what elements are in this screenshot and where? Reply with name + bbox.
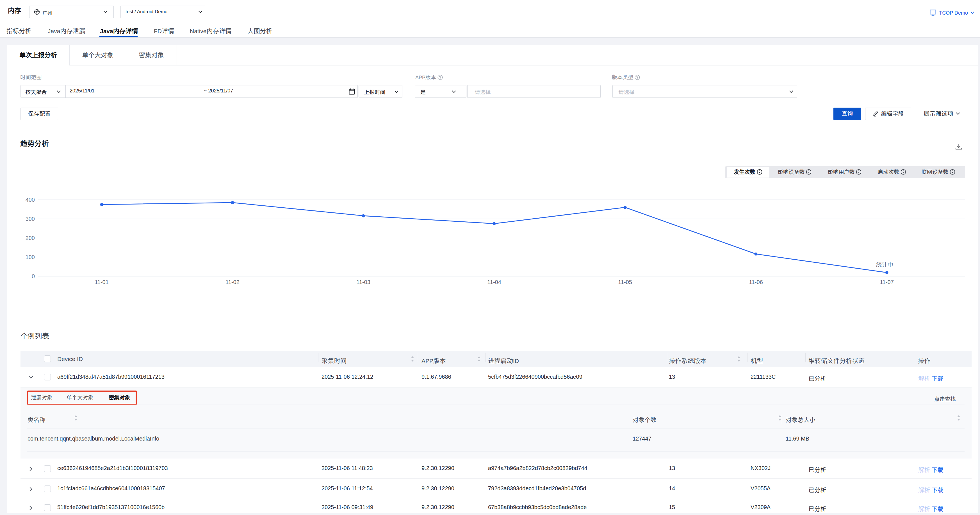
svg-text:0: 0: [32, 273, 35, 279]
svg-text:11-02: 11-02: [226, 279, 240, 285]
svg-text:11-05: 11-05: [618, 279, 632, 285]
svg-text:统计中: 统计中: [876, 261, 893, 268]
svg-text:11-04: 11-04: [487, 279, 501, 285]
svg-text:11-01: 11-01: [95, 279, 109, 285]
svg-text:400: 400: [25, 197, 35, 203]
svg-text:11-06: 11-06: [749, 279, 763, 285]
svg-text:11-03: 11-03: [356, 279, 371, 285]
svg-text:100: 100: [25, 254, 35, 260]
svg-text:200: 200: [25, 235, 35, 241]
svg-text:11-07: 11-07: [880, 279, 894, 285]
svg-text:300: 300: [25, 216, 35, 222]
